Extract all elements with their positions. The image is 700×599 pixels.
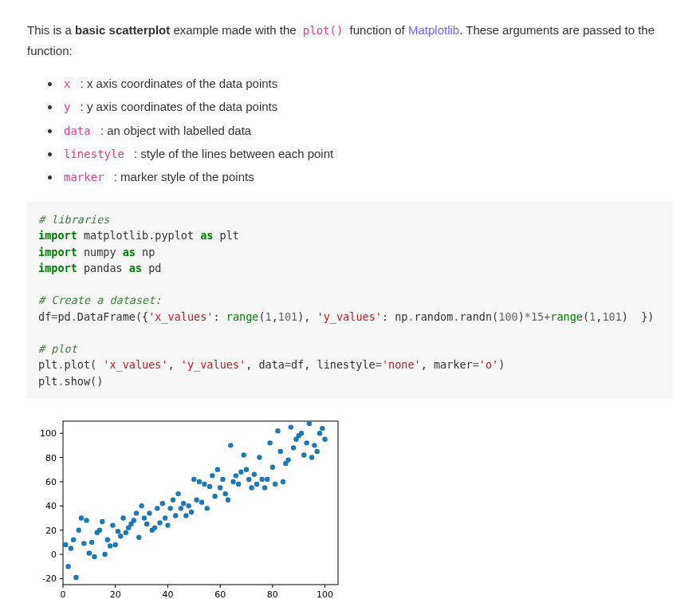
x-tick-label: 40 (162, 589, 173, 599)
x-tick-label: 80 (267, 589, 278, 599)
data-point (230, 479, 235, 484)
data-point (212, 494, 217, 499)
matplotlib-link[interactable]: Matplotlib (408, 23, 459, 37)
data-point (181, 501, 186, 506)
data-point (312, 443, 317, 447)
data-point (317, 431, 322, 435)
list-item: marker : marker style of the points (61, 166, 673, 187)
data-point (270, 464, 275, 469)
scatter-chart: -20020406080100020406080100 (27, 415, 673, 599)
data-point (157, 520, 162, 525)
data-point (183, 513, 188, 518)
arg-code: x (61, 77, 73, 91)
data-point (136, 535, 141, 540)
data-point (168, 506, 173, 510)
data-point (110, 522, 115, 527)
data-point (252, 472, 257, 477)
code-example: # libraries import matplotlib.pyplot as … (27, 202, 673, 399)
data-point (278, 449, 283, 454)
data-point (171, 497, 175, 502)
y-tick-label: -20 (42, 573, 57, 584)
list-item: x : x axis coordinates of the data point… (61, 73, 673, 94)
data-point (100, 519, 104, 524)
data-point (105, 538, 110, 542)
data-point (163, 515, 167, 520)
data-point (191, 477, 196, 482)
data-point (202, 482, 206, 487)
data-point (79, 515, 84, 520)
data-point (113, 542, 118, 547)
y-tick-label: 100 (40, 428, 57, 439)
y-tick-label: 0 (51, 550, 57, 560)
data-point (267, 440, 272, 445)
x-tick-label: 20 (110, 589, 121, 599)
arg-code: marker (61, 170, 108, 184)
intro-bold: basic scatterplot (75, 23, 170, 37)
data-point (152, 525, 157, 530)
data-point (81, 541, 86, 546)
data-point (236, 482, 241, 487)
data-point (194, 497, 199, 502)
data-point (134, 510, 139, 515)
data-point (160, 501, 165, 506)
data-point (97, 527, 102, 532)
data-point (234, 473, 238, 478)
intro-paragraph: This is a basic scatterplot example made… (27, 20, 673, 61)
data-point (124, 530, 128, 534)
data-point (285, 457, 290, 462)
arg-desc: : marker style of the points (111, 170, 254, 183)
arg-desc: : style of the lines between each point (131, 147, 333, 160)
data-point (87, 550, 92, 555)
data-point (238, 470, 243, 475)
data-point (207, 484, 212, 489)
data-point (144, 522, 149, 526)
data-point (244, 467, 249, 472)
data-point (179, 506, 183, 510)
data-point (89, 540, 94, 545)
data-point (69, 546, 73, 550)
data-point (155, 506, 159, 510)
data-point (226, 497, 230, 502)
data-point (220, 477, 225, 482)
x-tick-label: 100 (317, 589, 333, 599)
data-point (73, 575, 78, 580)
list-item: linestyle : style of the lines between e… (61, 143, 673, 164)
data-point (260, 477, 265, 482)
data-point (320, 426, 324, 431)
data-point (257, 455, 262, 459)
intro-code: plot() (300, 23, 347, 37)
data-point (322, 437, 327, 442)
data-point (210, 473, 214, 478)
data-point (291, 445, 296, 450)
data-point (63, 542, 68, 547)
arg-code: y (61, 100, 73, 114)
intro-text: This is a (27, 23, 75, 37)
data-point (307, 421, 312, 426)
data-point (246, 477, 251, 482)
data-point (132, 518, 136, 522)
data-point (315, 449, 320, 454)
data-point (273, 482, 277, 487)
data-point (142, 515, 147, 520)
data-point (187, 503, 191, 508)
y-tick-label: 40 (45, 501, 57, 511)
data-point (165, 522, 170, 527)
data-point (304, 440, 309, 445)
data-point (281, 479, 285, 484)
data-point (65, 564, 70, 569)
data-point (275, 428, 280, 433)
x-tick-label: 60 (214, 589, 226, 599)
list-item: y : y axis coordinates of the data point… (61, 96, 673, 117)
arg-desc: : an object with labelled data (97, 124, 251, 137)
data-point (254, 482, 259, 487)
data-point (147, 510, 151, 515)
data-point (173, 513, 178, 518)
data-point (262, 485, 267, 490)
data-point (223, 491, 228, 496)
argument-list: x : x axis coordinates of the data point… (27, 73, 673, 187)
data-point (92, 554, 96, 559)
data-point (249, 485, 254, 490)
data-point (299, 431, 304, 435)
data-point (118, 534, 123, 538)
data-point (116, 529, 120, 534)
